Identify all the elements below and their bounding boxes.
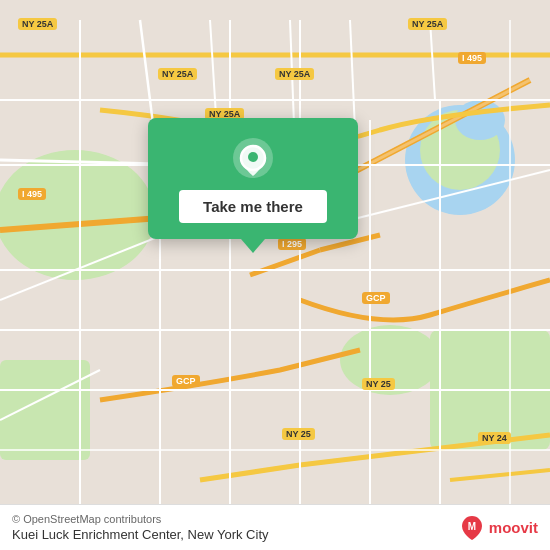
attribution-text: © OpenStreetMap contributors (12, 513, 269, 525)
attribution-section: © OpenStreetMap contributors Kuei Luck E… (12, 513, 269, 542)
take-me-there-button[interactable]: Take me there (179, 190, 327, 223)
svg-rect-6 (0, 360, 90, 460)
road-label-ny25-b: NY 25 (282, 428, 315, 440)
road-label-gcp-bl: GCP (172, 375, 200, 387)
location-pin-icon (231, 136, 275, 180)
moovit-brand-text: moovit (489, 519, 538, 536)
svg-text:M: M (468, 521, 476, 532)
road-label-i495-left: I 495 (18, 188, 46, 200)
road-label-ny25a-tc: NY 25A (158, 68, 197, 80)
svg-point-1 (0, 150, 155, 280)
svg-point-44 (248, 152, 258, 162)
road-label-ny24-br: NY 24 (478, 432, 511, 444)
road-label-gcp-mid: GCP (362, 292, 390, 304)
moovit-icon: M (459, 514, 485, 542)
road-label-i495-tr: I 495 (458, 52, 486, 64)
map-container: NY 25A NY 25A NY 25A NY 25A NY 25A I 495… (0, 0, 550, 550)
road-label-ny25-br: NY 25 (362, 378, 395, 390)
road-label-ny25a-tr: NY 25A (408, 18, 447, 30)
moovit-logo: M moovit (459, 514, 538, 542)
location-title: Kuei Luck Enrichment Center, New York Ci… (12, 527, 269, 542)
road-label-ny25a-tc2: NY 25A (275, 68, 314, 80)
location-popup: Take me there (148, 118, 358, 239)
road-label-ny25a-tl: NY 25A (18, 18, 57, 30)
road-label-i295: I 295 (278, 238, 306, 250)
bottom-bar: © OpenStreetMap contributors Kuei Luck E… (0, 504, 550, 550)
